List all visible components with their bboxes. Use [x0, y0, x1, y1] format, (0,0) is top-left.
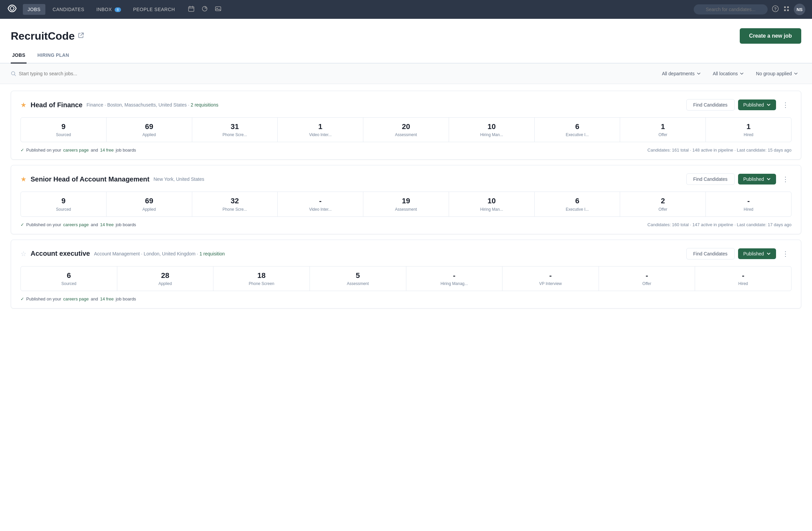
stat-phone-3[interactable]: 18Phone Screen — [214, 267, 310, 291]
stat-assessment-2[interactable]: 19Assessment — [363, 192, 449, 216]
job-meta-3: Account Management · London, United King… — [94, 251, 225, 256]
job-footer-2: ✓ Published on your careers page and 14 … — [20, 222, 792, 227]
company-name: RecruitCode — [11, 30, 84, 42]
stat-sourced-2[interactable]: 9Sourced — [21, 192, 106, 216]
inbox-badge: 8 — [115, 8, 121, 12]
stat-offer-3[interactable]: -Offer — [599, 267, 695, 291]
nav-bar: JOBS CANDIDATES INBOX 8 PEOPLE SEARCH ? — [0, 0, 812, 19]
image-icon[interactable] — [212, 3, 224, 16]
stat-hired-2[interactable]: -Hired — [706, 192, 791, 216]
tab-hiring-plan[interactable]: HIRING PLAN — [36, 48, 70, 63]
star-icon-1[interactable]: ★ — [20, 101, 27, 109]
page-header: RecruitCode Create a new job — [0, 19, 812, 44]
job-card-3: ☆ Account executive Account Management ·… — [11, 240, 801, 308]
chevron-down-icon-pub1 — [767, 103, 771, 107]
grid-icon[interactable] — [783, 5, 790, 14]
stat-offer-1[interactable]: 1Offer — [620, 118, 706, 142]
stat-executive-2[interactable]: 6Executive I... — [535, 192, 620, 216]
search-input[interactable] — [694, 4, 768, 14]
svg-rect-7 — [784, 6, 786, 8]
svg-text:?: ? — [774, 6, 777, 11]
locations-filter[interactable]: All locations — [710, 69, 748, 78]
stat-sourced-3[interactable]: 6Sourced — [21, 267, 117, 291]
published-button-3[interactable]: Published — [738, 248, 777, 259]
filter-bar: All departments All locations No group a… — [0, 63, 812, 84]
careers-link-3[interactable]: careers page — [63, 297, 89, 301]
job-card-2: ★ Senior Head of Account Management New … — [11, 165, 801, 234]
job-title-2[interactable]: Senior Head of Account Management — [31, 175, 149, 183]
job-header-2: ★ Senior Head of Account Management New … — [20, 173, 792, 185]
chevron-down-icon-pub3 — [767, 252, 771, 256]
job-stats-1: 9Sourced 69Applied 31Phone Scre... 1Vide… — [20, 117, 792, 142]
stat-hiring-1[interactable]: 10Hiring Man... — [449, 118, 535, 142]
svg-rect-0 — [189, 7, 194, 11]
nav-jobs[interactable]: JOBS — [23, 4, 45, 15]
free-boards-link-3[interactable]: 14 free — [100, 297, 114, 301]
more-button-3[interactable]: ⋮ — [779, 248, 792, 259]
nav-inbox[interactable]: INBOX 8 — [92, 4, 126, 15]
star-icon-3[interactable]: ☆ — [20, 250, 27, 258]
stat-vp-3[interactable]: -VP Interview — [503, 267, 599, 291]
star-icon-2[interactable]: ★ — [20, 175, 27, 183]
stat-assessment-3[interactable]: 5Assessment — [310, 267, 406, 291]
find-candidates-button-2[interactable]: Find Candidates — [686, 173, 735, 185]
requisition-link-1[interactable]: 2 requisitions — [191, 102, 218, 107]
requisition-link-3[interactable]: 1 requisition — [199, 251, 225, 256]
job-search-wrapper — [11, 71, 653, 76]
nav-people-search[interactable]: PEOPLE SEARCH — [128, 4, 180, 15]
stat-hired-1[interactable]: 1Hired — [706, 118, 791, 142]
nav-icon-group — [185, 3, 224, 16]
user-avatar[interactable]: NS — [794, 4, 805, 15]
published-info-2: ✓ Published on your careers page and 14 … — [20, 222, 136, 227]
free-boards-link-1[interactable]: 14 free — [100, 147, 114, 153]
job-search-input[interactable] — [19, 71, 106, 76]
stat-hiring-2[interactable]: 10Hiring Man... — [449, 192, 535, 216]
stat-phone-1[interactable]: 31Phone Scre... — [192, 118, 278, 142]
job-title-3[interactable]: Account executive — [31, 250, 90, 257]
stat-applied-3[interactable]: 28Applied — [117, 267, 214, 291]
stat-phone-2[interactable]: 32Phone Scre... — [192, 192, 278, 216]
stat-hired-3[interactable]: -Hired — [695, 267, 791, 291]
job-footer-1: ✓ Published on your careers page and 14 … — [20, 147, 792, 153]
stat-offer-2[interactable]: 2Offer — [620, 192, 706, 216]
published-button-1[interactable]: Published — [738, 100, 777, 110]
nav-candidates[interactable]: CANDIDATES — [48, 4, 89, 15]
chevron-down-icon-pub2 — [767, 177, 771, 181]
help-icon[interactable]: ? — [772, 5, 779, 14]
job-title-1[interactable]: Head of Finance — [31, 101, 82, 109]
job-card-1: ★ Head of Finance Finance · Boston, Mass… — [11, 91, 801, 160]
svg-rect-10 — [787, 10, 789, 11]
careers-link-2[interactable]: careers page — [63, 222, 89, 227]
company-ext-link[interactable] — [78, 32, 84, 40]
tab-jobs[interactable]: JOBS — [11, 48, 27, 63]
create-job-button[interactable]: Create a new job — [740, 28, 801, 44]
stat-assessment-1[interactable]: 20Assessment — [363, 118, 449, 142]
published-button-2[interactable]: Published — [738, 174, 777, 185]
piechart-icon[interactable] — [199, 3, 211, 16]
job-meta-2: New York, United States — [154, 176, 204, 182]
departments-filter[interactable]: All departments — [658, 69, 704, 78]
more-button-1[interactable]: ⋮ — [779, 100, 792, 110]
job-actions-2: Find Candidates Published ⋮ — [686, 173, 792, 185]
stat-video-2[interactable]: -Video Inter... — [278, 192, 363, 216]
check-icon-2: ✓ — [20, 222, 24, 227]
free-boards-link-2[interactable]: 14 free — [100, 222, 114, 227]
stat-executive-1[interactable]: 6Executive I... — [535, 118, 620, 142]
stat-applied-1[interactable]: 69Applied — [106, 118, 192, 142]
stat-video-1[interactable]: 1Video Inter... — [278, 118, 363, 142]
chevron-down-icon — [697, 72, 701, 76]
tabs: JOBS HIRING PLAN — [0, 48, 812, 63]
calendar-icon[interactable] — [185, 3, 197, 16]
jobs-list: ★ Head of Finance Finance · Boston, Mass… — [0, 84, 812, 315]
stat-hiring-3[interactable]: -Hiring Manag... — [406, 267, 503, 291]
more-button-2[interactable]: ⋮ — [779, 174, 792, 185]
group-filter[interactable]: No group applied — [753, 69, 801, 78]
find-candidates-button-1[interactable]: Find Candidates — [686, 99, 735, 111]
published-info-3: ✓ Published on your careers page and 14 … — [20, 297, 136, 301]
find-candidates-button-3[interactable]: Find Candidates — [686, 248, 735, 259]
stat-sourced-1[interactable]: 9Sourced — [21, 118, 106, 142]
logo[interactable] — [7, 4, 17, 15]
stat-applied-2[interactable]: 69Applied — [106, 192, 192, 216]
candidate-stats-2: Candidates: 160 total · 147 active in pi… — [647, 222, 792, 227]
careers-link-1[interactable]: careers page — [63, 147, 89, 153]
